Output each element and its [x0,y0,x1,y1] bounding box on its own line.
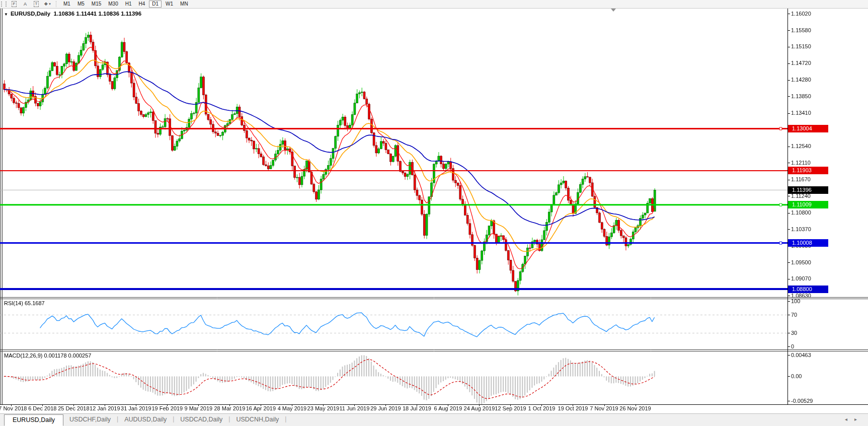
price-level-badge: 1.11009 [788,201,828,208]
price-level-badge: 1.13004 [788,125,828,132]
date-axis-label: 1 Oct 2019 [528,405,556,412]
symbol-tab-usdcnh[interactable]: USDCNH,Daily [230,414,285,425]
top-toolbar: FAT❖▾ M1M5M15M30H1H4D1W1MN [0,0,868,9]
date-axis-label: 31 Jan 2019 [121,405,151,412]
current-price-badge: 1.11396 [788,186,828,194]
date-axis-label: 25 Dec 2018 [58,405,89,412]
price-axis-tick: 1.15150 [791,43,811,50]
timeframe-button-w1[interactable]: W1 [163,1,176,8]
price-axis-tick: 1.13850 [791,93,811,100]
price-level-badge: 1.11903 [788,167,828,174]
chart-ohlc-values: 1.10836 1.11441 1.10836 1.11396 [54,11,142,17]
tab-divider: | [285,414,286,424]
chart-canvas[interactable] [0,0,868,426]
toolbar-separator [56,1,57,7]
rsi-indicator-label: RSI(14) 65.1687 [4,300,45,306]
timeframe-button-d1[interactable]: D1 [149,1,162,8]
date-axis-label: 19 Oct 2019 [558,405,588,412]
price-axis-tick: 1.14720 [791,60,811,66]
date-axis-label: 23 May 2019 [307,405,340,412]
text-tool[interactable]: A [21,1,29,8]
macd-indicator-label: MACD(12,26,9) 0.001178 0.000257 [4,352,91,359]
chart-title: ▼EURUSD,Daily 1.10836 1.11441 1.10836 1.… [4,11,141,17]
date-axis-label: 9 Mar 2019 [185,405,213,412]
timeframe-button-m15[interactable]: M15 [89,1,104,8]
tab-scroll-right-icon[interactable]: ▸ [854,416,864,422]
date-axis-label: 18 Jul 2019 [403,405,431,412]
dropdown-arrow-icon[interactable]: ▾ [49,2,51,6]
macd-axis-tick: 0.00463 [791,352,811,359]
date-axis-label: 17 Nov 2018 [0,405,27,412]
label-tool[interactable]: T [32,1,40,8]
symbol-tab-audusd[interactable]: AUDUSD,Daily [118,414,173,425]
price-axis-tick: 1.09500 [791,259,811,266]
date-axis-label: 19 Feb 2019 [151,405,183,412]
date-axis-label: 28 Mar 2019 [214,405,245,412]
rsi-axis-tick: 0 [791,343,794,350]
arrows-tool[interactable]: ❖▾ [43,1,51,8]
application-window: FAT❖▾ M1M5M15M30H1H4D1W1MN ▼EURUSD,Daily… [0,0,868,426]
symbol-tab-usdchf[interactable]: USDCHF,Daily [63,414,117,425]
chart-dropdown-icon[interactable]: ▼ [4,12,8,17]
tab-scroll-arrows: ◂▸ [845,416,864,422]
timeframe-button-h4[interactable]: H4 [136,1,148,8]
chart-symbol-label: EURUSD,Daily [11,11,50,17]
symbol-tabs-group: EURUSD,DailyUSDCHF,Daily|AUDUSD,Daily|US… [0,414,286,426]
timeframe-button-h1[interactable]: H1 [122,1,135,8]
price-axis-tick: 1.09070 [791,275,811,282]
fibonacci-tool[interactable]: F [10,1,18,8]
timeframe-button-mn[interactable]: MN [177,1,191,8]
price-axis-tick: 1.12110 [791,160,811,166]
price-level-badge: 1.10008 [788,239,828,247]
date-axis-label: 7 Nov 2019 [590,405,618,412]
timeframe-button-m5[interactable]: M5 [74,1,88,8]
price-axis-tick: 1.10370 [791,226,811,233]
date-axis-label: 16 Apr 2019 [246,405,276,412]
date-axis-label: 11 Jun 2019 [340,405,370,412]
date-axis-label: 26 Nov 2019 [619,405,651,412]
timeframe-button-m30[interactable]: M30 [105,1,121,8]
toolbar-drag-handle[interactable] [1,2,7,7]
price-level-badge: 1.08800 [788,286,828,293]
date-axis-label: 6 Aug 2019 [434,405,462,412]
tab-scroll-left-icon[interactable]: ◂ [845,416,854,422]
date-axis-label: 4 May 2019 [278,405,306,412]
date-axis-label: 24 Aug 2019 [464,405,495,412]
date-axis-label: 29 Jun 2019 [370,405,401,412]
rsi-axis-tick: 70 [791,312,797,318]
price-axis-tick: 1.10800 [791,209,811,216]
symbol-tab-bar: EURUSD,DailyUSDCHF,Daily|AUDUSD,Daily|US… [0,413,868,426]
price-axis-tick: 1.11670 [791,176,811,183]
rsi-axis-tick: 30 [791,330,797,336]
date-axis-label: 12 Sep 2019 [495,405,526,412]
timeframe-button-m1[interactable]: M1 [60,1,73,8]
rsi-axis-tick: 100 [791,298,800,305]
price-axis-tick: 1.13410 [791,110,811,116]
macd-axis-tick: -0.00529 [791,398,813,404]
symbol-tab-eurusd[interactable]: EURUSD,Daily [4,414,63,426]
date-axis-label: 12 Jan 2019 [90,405,120,412]
date-axis-label: 6 Dec 2018 [28,405,56,412]
timeframe-buttons-group: M1M5M15M30H1H4D1W1MN [60,1,192,8]
price-axis-tick: 1.16020 [791,11,811,17]
drawing-tools-group: FAT❖▾ [9,1,53,8]
symbol-tab-usdcad[interactable]: USDCAD,Daily [174,414,228,425]
price-axis-tick: 1.14280 [791,77,811,83]
price-axis-tick: 1.15580 [791,27,811,34]
price-axis-tick: 1.12540 [791,143,811,150]
macd-axis-tick: 0.00 [791,373,802,380]
